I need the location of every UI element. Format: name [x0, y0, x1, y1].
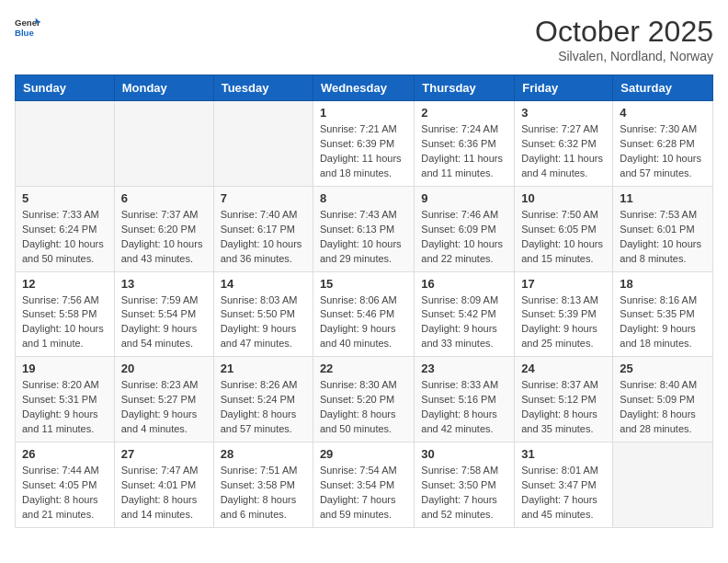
- logo: General Blue: [15, 15, 40, 40]
- day-info: Sunrise: 8:40 AM Sunset: 5:09 PM Dayligh…: [620, 378, 706, 437]
- calendar-cell: 8Sunrise: 7:43 AM Sunset: 6:13 PM Daylig…: [313, 186, 414, 271]
- calendar-cell: 5Sunrise: 7:33 AM Sunset: 6:24 PM Daylig…: [16, 186, 115, 271]
- day-number: 29: [320, 447, 407, 461]
- calendar-table: SundayMondayTuesdayWednesdayThursdayFrid…: [15, 75, 713, 528]
- day-info: Sunrise: 8:33 AM Sunset: 5:16 PM Dayligh…: [421, 378, 507, 437]
- day-number: 10: [521, 191, 606, 205]
- day-number: 2: [421, 106, 507, 120]
- day-number: 5: [22, 191, 108, 205]
- day-info: Sunrise: 8:23 AM Sunset: 5:27 PM Dayligh…: [121, 378, 207, 437]
- page-header: General Blue October 2025 Silvalen, Nord…: [15, 15, 713, 63]
- day-info: Sunrise: 8:01 AM Sunset: 3:47 PM Dayligh…: [521, 464, 606, 523]
- calendar-cell: 2Sunrise: 7:24 AM Sunset: 6:36 PM Daylig…: [415, 101, 515, 187]
- calendar-cell: 27Sunrise: 7:47 AM Sunset: 4:01 PM Dayli…: [114, 442, 213, 528]
- day-info: Sunrise: 7:53 AM Sunset: 6:01 PM Dayligh…: [620, 208, 706, 267]
- calendar-cell: 23Sunrise: 8:33 AM Sunset: 5:16 PM Dayli…: [415, 357, 515, 442]
- day-number: 21: [221, 362, 306, 375]
- calendar-cell: 15Sunrise: 8:06 AM Sunset: 5:46 PM Dayli…: [313, 271, 414, 357]
- day-number: 15: [320, 277, 407, 291]
- day-info: Sunrise: 7:58 AM Sunset: 3:50 PM Dayligh…: [421, 464, 507, 523]
- column-header-wednesday: Wednesday: [313, 75, 414, 101]
- column-header-saturday: Saturday: [613, 75, 713, 101]
- day-number: 27: [121, 447, 207, 461]
- calendar-cell: [114, 101, 213, 187]
- day-info: Sunrise: 7:33 AM Sunset: 6:24 PM Dayligh…: [22, 208, 108, 267]
- calendar-week-4: 19Sunrise: 8:20 AM Sunset: 5:31 PM Dayli…: [16, 357, 713, 442]
- day-info: Sunrise: 7:54 AM Sunset: 3:54 PM Dayligh…: [320, 464, 407, 523]
- column-header-friday: Friday: [515, 75, 613, 101]
- calendar-cell: 20Sunrise: 8:23 AM Sunset: 5:27 PM Dayli…: [114, 357, 213, 442]
- location-subtitle: Silvalen, Nordland, Norway: [535, 49, 713, 63]
- day-info: Sunrise: 7:47 AM Sunset: 4:01 PM Dayligh…: [121, 464, 207, 523]
- calendar-cell: 26Sunrise: 7:44 AM Sunset: 4:05 PM Dayli…: [16, 442, 115, 528]
- day-info: Sunrise: 7:24 AM Sunset: 6:36 PM Dayligh…: [421, 122, 507, 181]
- day-info: Sunrise: 8:20 AM Sunset: 5:31 PM Dayligh…: [22, 378, 108, 437]
- title-block: October 2025 Silvalen, Nordland, Norway: [535, 15, 713, 63]
- day-info: Sunrise: 7:43 AM Sunset: 6:13 PM Dayligh…: [320, 208, 407, 267]
- day-info: Sunrise: 8:26 AM Sunset: 5:24 PM Dayligh…: [221, 378, 306, 437]
- day-info: Sunrise: 7:27 AM Sunset: 6:32 PM Dayligh…: [521, 122, 606, 181]
- day-info: Sunrise: 7:56 AM Sunset: 5:58 PM Dayligh…: [22, 293, 108, 352]
- column-header-tuesday: Tuesday: [213, 75, 313, 101]
- calendar-cell: 10Sunrise: 7:50 AM Sunset: 6:05 PM Dayli…: [515, 186, 613, 271]
- day-info: Sunrise: 7:50 AM Sunset: 6:05 PM Dayligh…: [521, 208, 606, 267]
- day-number: 22: [320, 362, 407, 375]
- calendar-week-5: 26Sunrise: 7:44 AM Sunset: 4:05 PM Dayli…: [16, 442, 713, 528]
- day-info: Sunrise: 8:09 AM Sunset: 5:42 PM Dayligh…: [421, 293, 507, 352]
- day-info: Sunrise: 8:30 AM Sunset: 5:20 PM Dayligh…: [320, 378, 407, 437]
- calendar-cell: 1Sunrise: 7:21 AM Sunset: 6:39 PM Daylig…: [313, 101, 414, 187]
- calendar-cell: 24Sunrise: 8:37 AM Sunset: 5:12 PM Dayli…: [515, 357, 613, 442]
- day-number: 7: [221, 191, 306, 205]
- calendar-cell: 29Sunrise: 7:54 AM Sunset: 3:54 PM Dayli…: [313, 442, 414, 528]
- day-info: Sunrise: 7:59 AM Sunset: 5:54 PM Dayligh…: [121, 293, 207, 352]
- calendar-cell: 12Sunrise: 7:56 AM Sunset: 5:58 PM Dayli…: [16, 271, 115, 357]
- calendar-cell: 6Sunrise: 7:37 AM Sunset: 6:20 PM Daylig…: [114, 186, 213, 271]
- calendar-cell: 14Sunrise: 8:03 AM Sunset: 5:50 PM Dayli…: [213, 271, 313, 357]
- day-info: Sunrise: 7:21 AM Sunset: 6:39 PM Dayligh…: [320, 122, 407, 181]
- day-number: 12: [22, 277, 108, 291]
- calendar-cell: 25Sunrise: 8:40 AM Sunset: 5:09 PM Dayli…: [613, 357, 713, 442]
- day-info: Sunrise: 8:37 AM Sunset: 5:12 PM Dayligh…: [521, 378, 606, 437]
- day-number: 18: [620, 277, 706, 291]
- calendar-cell: 11Sunrise: 7:53 AM Sunset: 6:01 PM Dayli…: [613, 186, 713, 271]
- calendar-week-3: 12Sunrise: 7:56 AM Sunset: 5:58 PM Dayli…: [16, 271, 713, 357]
- day-number: 23: [421, 362, 507, 375]
- logo-icon: General Blue: [15, 15, 40, 40]
- day-number: 31: [521, 447, 606, 461]
- day-info: Sunrise: 7:44 AM Sunset: 4:05 PM Dayligh…: [22, 464, 108, 523]
- day-number: 16: [421, 277, 507, 291]
- day-number: 1: [320, 106, 407, 120]
- calendar-header-row: SundayMondayTuesdayWednesdayThursdayFrid…: [16, 75, 713, 101]
- calendar-cell: 30Sunrise: 7:58 AM Sunset: 3:50 PM Dayli…: [415, 442, 515, 528]
- column-header-sunday: Sunday: [16, 75, 115, 101]
- calendar-week-1: 1Sunrise: 7:21 AM Sunset: 6:39 PM Daylig…: [16, 101, 713, 187]
- calendar-cell: 18Sunrise: 8:16 AM Sunset: 5:35 PM Dayli…: [613, 271, 713, 357]
- day-info: Sunrise: 7:51 AM Sunset: 3:58 PM Dayligh…: [221, 464, 306, 523]
- day-info: Sunrise: 8:03 AM Sunset: 5:50 PM Dayligh…: [221, 293, 306, 352]
- month-title: October 2025: [535, 15, 713, 49]
- day-number: 24: [521, 362, 606, 375]
- day-info: Sunrise: 8:16 AM Sunset: 5:35 PM Dayligh…: [620, 293, 706, 352]
- calendar-cell: 9Sunrise: 7:46 AM Sunset: 6:09 PM Daylig…: [415, 186, 515, 271]
- day-number: 4: [620, 106, 706, 120]
- column-header-monday: Monday: [114, 75, 213, 101]
- calendar-cell: 13Sunrise: 7:59 AM Sunset: 5:54 PM Dayli…: [114, 271, 213, 357]
- column-header-thursday: Thursday: [415, 75, 515, 101]
- day-number: 19: [22, 362, 108, 375]
- day-number: 25: [620, 362, 706, 375]
- calendar-cell: [213, 101, 313, 187]
- day-number: 14: [221, 277, 306, 291]
- calendar-cell: 28Sunrise: 7:51 AM Sunset: 3:58 PM Dayli…: [213, 442, 313, 528]
- calendar-cell: 16Sunrise: 8:09 AM Sunset: 5:42 PM Dayli…: [415, 271, 515, 357]
- day-info: Sunrise: 7:37 AM Sunset: 6:20 PM Dayligh…: [121, 208, 207, 267]
- day-number: 20: [121, 362, 207, 375]
- calendar-week-2: 5Sunrise: 7:33 AM Sunset: 6:24 PM Daylig…: [16, 186, 713, 271]
- day-info: Sunrise: 8:06 AM Sunset: 5:46 PM Dayligh…: [320, 293, 407, 352]
- calendar-cell: 7Sunrise: 7:40 AM Sunset: 6:17 PM Daylig…: [213, 186, 313, 271]
- day-number: 11: [620, 191, 706, 205]
- calendar-cell: 21Sunrise: 8:26 AM Sunset: 5:24 PM Dayli…: [213, 357, 313, 442]
- calendar-cell: [613, 442, 713, 528]
- calendar-cell: 31Sunrise: 8:01 AM Sunset: 3:47 PM Dayli…: [515, 442, 613, 528]
- day-number: 17: [521, 277, 606, 291]
- day-info: Sunrise: 7:30 AM Sunset: 6:28 PM Dayligh…: [620, 122, 706, 181]
